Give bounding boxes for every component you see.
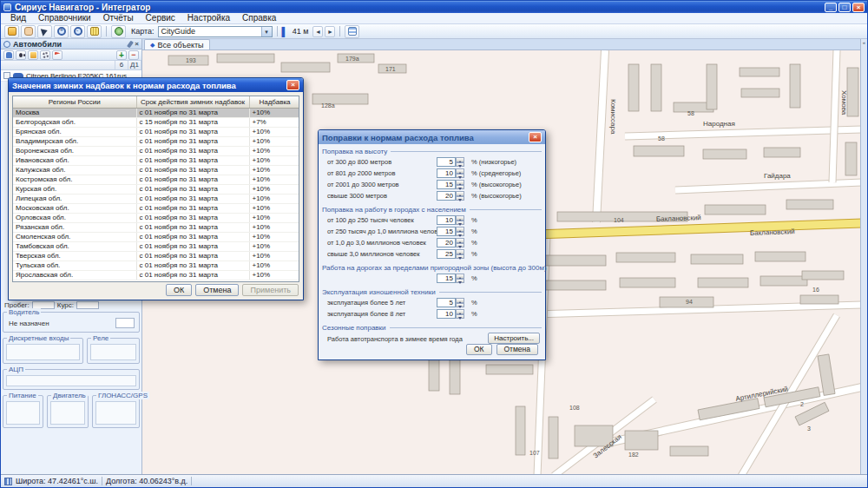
region-row[interactable]: Курская обл.с 01 ноября по 31 марта+10% [13, 184, 299, 194]
close-icon[interactable]: × [529, 132, 542, 142]
open-button[interactable] [4, 25, 19, 38]
region-row[interactable]: Костромская обл.с 01 ноября по 31 марта+… [13, 175, 299, 184]
add-button[interactable]: + [116, 50, 127, 60]
region-row[interactable]: Воронежская обл.с 01 ноября по 31 марта+… [13, 146, 299, 155]
spinner-down-icon[interactable] [456, 174, 464, 179]
measure-button[interactable] [87, 25, 102, 38]
vehicle-button[interactable] [3, 50, 14, 60]
pan-button[interactable] [21, 25, 36, 38]
region-row[interactable]: Ярославская обл.с 01 ноября по 31 марта+… [13, 270, 299, 280]
app-icon [3, 3, 11, 11]
track-button[interactable] [52, 50, 62, 60]
region-row[interactable]: Белгородская обл.с 15 ноября по 31 марта… [13, 117, 299, 127]
spinner-input[interactable]: 20 [437, 191, 464, 201]
region-row[interactable]: Рязанская обл.с 01 ноября по 31 марта+10… [13, 222, 299, 232]
spinner-down-icon[interactable] [456, 232, 464, 237]
region-row[interactable]: Тульская обл.с 01 ноября по 31 марта+10% [13, 260, 299, 270]
spinner-down-icon[interactable] [456, 254, 464, 260]
region-row[interactable]: Смоленская обл.с 01 ноября по 31 марта+1… [13, 232, 299, 241]
spinner-input[interactable]: 15 [437, 274, 464, 283]
cancel-button[interactable]: Отмена [195, 284, 239, 296]
group-button[interactable] [28, 50, 38, 60]
title-bar: Сириус Навигатор - Интегратор _ □ × [1, 1, 867, 13]
region-row[interactable]: Калужская обл.с 01 ноября по 31 марта+10… [13, 165, 299, 175]
spinner-down-icon[interactable] [456, 185, 464, 190]
maximize-button[interactable]: □ [838, 3, 851, 12]
spinner-input[interactable]: 10 [437, 168, 464, 178]
corrections-dialog-title-bar[interactable]: Поправки к нормам расхода топлива × [319, 130, 545, 144]
close-icon[interactable]: × [286, 80, 299, 90]
find-vehicle-button[interactable] [16, 50, 26, 60]
menu-item-4[interactable]: Сервис [140, 13, 181, 23]
spinner-down-icon[interactable] [456, 243, 464, 248]
column-header[interactable]: Срок действия зимних надбавок [136, 96, 249, 108]
scale-decrease-button[interactable]: ◄ [312, 26, 323, 37]
spinner-input[interactable]: 5 [437, 157, 464, 167]
menu-item-3[interactable]: Отчёты [97, 13, 140, 23]
street-label: Народная [703, 120, 735, 128]
region-row[interactable]: Липецкая обл.с 01 ноября по 31 марта+10% [13, 194, 299, 203]
spinner-down-icon[interactable] [456, 303, 464, 308]
remove-button[interactable]: − [128, 50, 139, 60]
zoom-in-button[interactable] [54, 25, 69, 38]
chevron-down-icon[interactable]: ▾ [261, 27, 272, 36]
ok-button[interactable]: ОК [166, 284, 192, 296]
spinner-down-icon[interactable] [456, 162, 464, 168]
grid-column-header[interactable]: 6 [115, 61, 128, 69]
close-button[interactable]: × [852, 3, 865, 12]
cell-period: с 01 ноября по 31 марта [136, 184, 249, 194]
region-row[interactable]: Московская обл.с 01 ноября по 31 марта+1… [13, 203, 299, 213]
spinner-value: 10 [437, 309, 456, 319]
winter-dialog-title-bar[interactable]: Значения зимних надбавок к нормам расход… [9, 78, 303, 92]
menu-item-6[interactable]: Справка [236, 13, 282, 23]
menu-item-5[interactable]: Настройка [181, 13, 236, 23]
cell-region: Калужская обл. [13, 165, 136, 175]
collapsed-panel-strip[interactable]: « [860, 39, 867, 474]
region-row[interactable]: Москвас 01 ноября по 31 марта+10% [13, 108, 299, 117]
scale-increase-button[interactable]: ► [325, 26, 335, 37]
spinner-down-icon[interactable] [456, 314, 464, 320]
region-row[interactable]: Тамбовская обл.с 01 ноября по 31 марта+1… [13, 241, 299, 251]
spinner-input[interactable]: 10 [437, 215, 464, 225]
tab-all-objects[interactable]: ◆ Все объекты [144, 39, 210, 49]
region-row[interactable]: Брянская обл.с 01 ноября по 31 марта+10% [13, 127, 299, 136]
collapse-icon[interactable]: « [863, 40, 865, 45]
zoom-out-button[interactable] [70, 25, 85, 38]
spinner-input[interactable]: 10 [437, 309, 464, 319]
column-header[interactable]: Надбавка [249, 96, 299, 108]
minimize-button[interactable]: _ [825, 3, 837, 12]
layers-button[interactable] [345, 25, 359, 38]
select-button[interactable] [37, 25, 52, 38]
regions-table[interactable]: Регионы РоссииСрок действия зимних надба… [12, 96, 299, 282]
settings-button[interactable] [40, 50, 50, 60]
row-label: от 300 до 800 метров [327, 158, 391, 166]
menu-item-2[interactable]: Справочники [32, 13, 97, 23]
cancel-button[interactable]: Отмена [496, 344, 539, 355]
map-source-button[interactable] [111, 25, 126, 38]
cell-region: Московская обл. [13, 203, 136, 213]
spinner-arrows [456, 180, 464, 189]
spinner-input[interactable]: 15 [437, 180, 464, 189]
column-header[interactable]: Регионы России [13, 96, 136, 108]
spinner-input[interactable]: 5 [437, 298, 464, 307]
spinner-input[interactable]: 20 [437, 238, 464, 247]
ok-button[interactable]: ОК [466, 344, 492, 355]
grid-column-header[interactable]: Д1 [128, 61, 141, 69]
spinner-down-icon[interactable] [456, 279, 464, 284]
telemetry-group-label: Питание [7, 392, 38, 399]
configure-button[interactable]: Настроить... [488, 333, 540, 344]
region-row[interactable]: Орловская обл.с 01 ноября по 31 марта+10… [13, 213, 299, 222]
close-icon[interactable]: × [135, 41, 139, 48]
map-select[interactable]: CityGuide ▾ [158, 26, 273, 37]
region-row[interactable]: Владимирская обл.с 01 ноября по 31 марта… [13, 136, 299, 146]
spinner-down-icon[interactable] [456, 196, 464, 201]
region-row[interactable]: Ивановская обл.с 01 ноября по 31 марта+1… [13, 155, 299, 165]
region-row[interactable]: Тверская обл.с 01 ноября по 31 марта+10% [13, 251, 299, 260]
menu-item-1[interactable]: Вид [4, 13, 32, 23]
apply-button[interactable]: Применить [242, 284, 299, 296]
pin-icon[interactable] [127, 40, 134, 48]
spinner-input[interactable]: 15 [437, 227, 464, 236]
spinner-input[interactable]: 25 [437, 249, 464, 259]
row-suffix: % (низкогорье) [471, 158, 516, 166]
spinner-down-icon[interactable] [456, 221, 464, 226]
